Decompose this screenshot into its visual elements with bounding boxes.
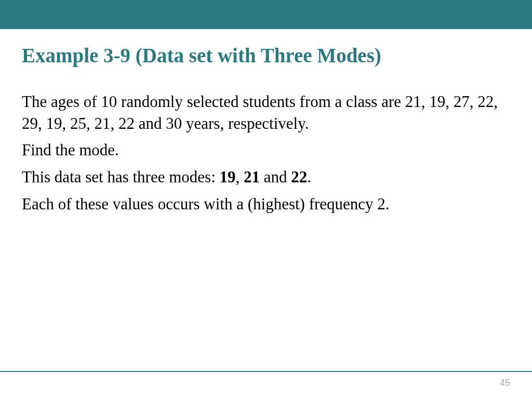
p3-sep2: and (260, 168, 291, 186)
paragraph-2: Find the mode. (22, 139, 510, 161)
footer-divider (0, 371, 532, 372)
paragraph-3: This data set has three modes: 19, 21 an… (22, 166, 510, 188)
paragraph-1: The ages of 10 randomly selected student… (22, 91, 510, 135)
page-number: 45 (500, 378, 510, 389)
slide-title: Example 3-9 (Data set with Three Modes) (22, 44, 510, 68)
mode-value-2: 21 (244, 168, 260, 186)
mode-value-1: 19 (220, 168, 236, 186)
p3-suffix: . (307, 168, 311, 186)
p3-prefix: This data set has three modes: (22, 168, 220, 186)
header-bar (0, 0, 532, 29)
slide-content: Example 3-9 (Data set with Three Modes) … (0, 29, 532, 215)
p3-sep1: , (236, 168, 244, 186)
paragraph-4: Each of these values occurs with a (high… (22, 193, 510, 215)
mode-value-3: 22 (291, 168, 307, 186)
slide-body: The ages of 10 randomly selected student… (22, 91, 510, 215)
